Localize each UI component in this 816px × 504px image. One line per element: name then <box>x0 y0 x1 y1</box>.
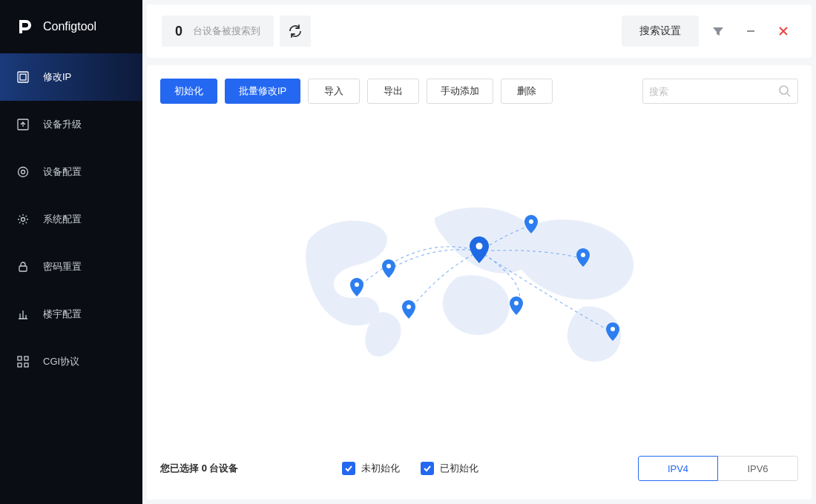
svg-point-12 <box>355 282 359 287</box>
sidebar-item-label: 密码重置 <box>43 260 82 273</box>
svg-point-14 <box>407 305 411 309</box>
checkbox-icon <box>342 462 355 475</box>
batch-modify-ip-button[interactable]: 批量修改IP <box>225 79 300 104</box>
svg-point-3 <box>19 168 28 177</box>
checkbox-label: 已初始化 <box>440 462 478 475</box>
sidebar-item-label: 系统配置 <box>43 213 82 226</box>
sidebar-item-label: 设备配置 <box>43 165 82 179</box>
app-logo: Configtool <box>0 0 142 53</box>
close-button[interactable] <box>770 16 797 47</box>
close-icon <box>778 26 789 36</box>
sidebar-item-password-reset[interactable]: 密码重置 <box>0 243 142 291</box>
svg-point-19 <box>611 327 615 331</box>
world-map-placeholder <box>160 104 798 451</box>
checkbox-icon <box>421 462 434 475</box>
sidebar-item-building-config[interactable]: 楼宇配置 <box>0 291 142 338</box>
sidebar-item-device-upgrade[interactable]: 设备升级 <box>0 101 142 148</box>
svg-rect-7 <box>18 357 22 360</box>
initialize-button[interactable]: 初始化 <box>160 79 217 104</box>
export-button[interactable]: 导出 <box>367 79 419 104</box>
svg-point-13 <box>386 264 391 268</box>
import-button[interactable]: 导入 <box>308 79 360 104</box>
ip-icon <box>16 70 30 84</box>
svg-point-15 <box>476 243 483 250</box>
minimize-button[interactable] <box>737 16 764 47</box>
delete-button[interactable]: 删除 <box>501 79 553 104</box>
lock-icon <box>16 260 30 273</box>
svg-rect-1 <box>20 74 26 80</box>
app-name: Configtool <box>43 20 96 33</box>
svg-point-11 <box>780 86 788 94</box>
sidebar-item-modify-ip[interactable]: 修改IP <box>0 53 142 101</box>
search-icon <box>778 84 792 98</box>
refresh-button[interactable] <box>280 16 311 47</box>
ipv4-button[interactable]: IPV4 <box>638 456 718 481</box>
sidebar-item-cgi-protocol[interactable]: CGI协议 <box>0 338 142 385</box>
sidebar-item-label: CGI协议 <box>43 355 79 368</box>
refresh-icon <box>288 24 303 39</box>
svg-rect-9 <box>18 363 22 367</box>
upgrade-icon <box>16 118 30 131</box>
device-count-box: 0 台设备被搜索到 <box>162 16 274 47</box>
sidebar-item-system-config[interactable]: 系统配置 <box>0 196 142 243</box>
selection-summary: 您已选择 0 台设备 <box>160 462 238 475</box>
filter-dropdown-button[interactable] <box>705 16 731 47</box>
svg-point-17 <box>581 253 585 257</box>
search-box[interactable] <box>642 79 798 104</box>
gear-icon <box>16 213 30 226</box>
svg-point-16 <box>529 219 533 224</box>
funnel-icon <box>712 25 724 37</box>
initialized-checkbox[interactable]: 已初始化 <box>421 462 478 475</box>
logo-icon <box>15 16 36 37</box>
sidebar-item-label: 设备升级 <box>43 118 82 131</box>
checkbox-label: 未初始化 <box>361 462 400 475</box>
svg-point-4 <box>22 170 25 174</box>
svg-rect-6 <box>19 266 27 271</box>
device-count: 0 <box>175 24 182 39</box>
svg-rect-0 <box>18 72 28 82</box>
search-settings-button[interactable]: 搜索设置 <box>622 16 699 47</box>
sidebar-item-label: 修改IP <box>43 70 71 84</box>
svg-rect-8 <box>24 357 28 360</box>
search-input[interactable] <box>649 86 778 97</box>
sidebar-item-label: 楼宇配置 <box>43 308 82 321</box>
sidebar-item-device-config[interactable]: 设备配置 <box>0 148 142 196</box>
device-count-label: 台设备被搜索到 <box>193 24 260 38</box>
building-icon <box>16 308 30 321</box>
svg-point-5 <box>22 218 25 222</box>
uninitialized-checkbox[interactable]: 未初始化 <box>342 462 400 475</box>
grid-icon <box>16 355 30 368</box>
device-config-icon <box>16 165 30 179</box>
manual-add-button[interactable]: 手动添加 <box>427 79 493 104</box>
minimize-icon <box>746 26 756 36</box>
svg-point-18 <box>514 301 519 305</box>
ipv6-button[interactable]: IPV6 <box>718 456 798 481</box>
svg-rect-10 <box>24 363 28 367</box>
